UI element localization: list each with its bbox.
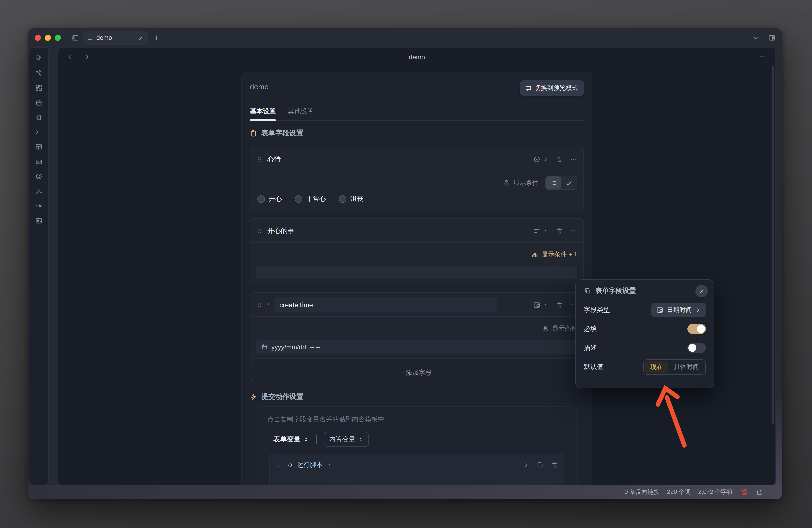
drag-handle-icon[interactable] bbox=[257, 228, 262, 234]
tab-other-settings[interactable]: 其他设置 bbox=[288, 107, 314, 120]
note-list-icon bbox=[87, 35, 93, 41]
calendar-clock-icon bbox=[534, 302, 540, 308]
ribbon-sidebar bbox=[29, 47, 49, 485]
drag-handle-icon[interactable] bbox=[257, 157, 262, 162]
scrollbar[interactable] bbox=[772, 66, 774, 424]
layout-table-icon[interactable] bbox=[35, 143, 43, 151]
field-block-createtime: * createTime bbox=[250, 293, 584, 359]
popup-title: 表单字段设置 bbox=[595, 287, 636, 295]
description-label: 描述 bbox=[584, 343, 597, 352]
field-type-select[interactable]: 日期时间 bbox=[652, 303, 706, 317]
drag-handle-icon[interactable] bbox=[276, 462, 282, 468]
form-variables-select[interactable]: 表单变量 bbox=[274, 435, 309, 444]
chevron-down-icon[interactable] bbox=[753, 34, 759, 42]
traffic-lights bbox=[35, 35, 61, 41]
field-more-icon[interactable] bbox=[570, 156, 578, 163]
tab-demo[interactable]: demo bbox=[83, 31, 148, 45]
drag-handle-icon[interactable] bbox=[257, 302, 262, 308]
radio-option[interactable]: 平常心 bbox=[295, 194, 326, 204]
code-brackets-icon bbox=[287, 462, 293, 468]
word-count: 220 个词 bbox=[667, 488, 691, 497]
calendar-icon[interactable] bbox=[35, 99, 43, 107]
backlinks-count: 0 条反向链接 bbox=[625, 488, 660, 497]
popup-close-button[interactable] bbox=[696, 285, 708, 297]
dashboard-icon[interactable] bbox=[35, 84, 43, 92]
duplicate-action-icon[interactable] bbox=[536, 461, 543, 469]
field-type-datetime-button[interactable] bbox=[534, 302, 549, 308]
annotation-arrow bbox=[654, 383, 692, 449]
magic-wand-icon[interactable] bbox=[35, 187, 43, 195]
field-type-text-button[interactable] bbox=[534, 228, 549, 235]
mood-options: 开心 平常心 沮丧 bbox=[258, 194, 577, 204]
tab-title: demo bbox=[97, 34, 112, 42]
field-label[interactable]: 开心的事 bbox=[267, 226, 294, 235]
bell-icon[interactable] bbox=[755, 488, 763, 496]
zoom-window-button[interactable] bbox=[55, 35, 61, 41]
close-window-button[interactable] bbox=[35, 35, 41, 41]
preview-mode-button[interactable]: 切换到预览模式 bbox=[520, 80, 584, 96]
required-toggle[interactable] bbox=[687, 324, 706, 334]
action-type[interactable]: 运行脚本 bbox=[287, 460, 333, 469]
delete-field-icon[interactable] bbox=[556, 228, 563, 235]
tab-basic-settings[interactable]: 基本设置 bbox=[250, 107, 276, 120]
divider bbox=[316, 435, 317, 444]
datetime-picker-input[interactable]: yyyy/mm/dd, --:-- bbox=[257, 340, 578, 354]
calendar-icon bbox=[261, 344, 267, 350]
copy-pages-icon[interactable] bbox=[35, 114, 43, 121]
radio-option[interactable]: 开心 bbox=[258, 194, 282, 204]
default-specific-time-button[interactable]: 具体时间 bbox=[668, 361, 705, 373]
emoji-icon[interactable] bbox=[35, 173, 43, 180]
text-field-input[interactable] bbox=[257, 266, 578, 279]
copy-icon bbox=[584, 288, 591, 294]
delete-field-icon[interactable] bbox=[556, 302, 563, 308]
lightning-bolt-icon bbox=[250, 394, 257, 400]
kanban-icon[interactable] bbox=[35, 158, 43, 166]
option-edit-mode-switch bbox=[546, 176, 578, 190]
delete-field-icon[interactable] bbox=[556, 156, 563, 163]
display-condition-label[interactable]: 显示条件 bbox=[513, 179, 538, 187]
minimize-window-button[interactable] bbox=[45, 35, 51, 41]
field-type-radio-button[interactable] bbox=[534, 156, 549, 163]
chevron-right-icon bbox=[543, 157, 549, 162]
builtin-variables-select[interactable]: 内置变量 bbox=[324, 432, 369, 447]
template-code-icon[interactable] bbox=[35, 202, 43, 210]
action-block-run-script: 运行脚本 bbox=[270, 454, 565, 485]
option-edit-mode-button[interactable] bbox=[562, 176, 577, 190]
calendar-clock-icon bbox=[656, 307, 664, 313]
display-condition-label[interactable]: 显示条件 bbox=[552, 324, 578, 333]
new-tab-button[interactable] bbox=[153, 34, 160, 42]
tab-close-icon[interactable] bbox=[138, 35, 144, 41]
option-list-mode-button[interactable] bbox=[546, 176, 562, 190]
radio-circle[interactable] bbox=[295, 195, 303, 203]
radio-circle[interactable] bbox=[339, 195, 347, 203]
expand-action-icon[interactable] bbox=[523, 462, 529, 468]
description-toggle[interactable] bbox=[687, 343, 706, 353]
more-options-icon[interactable] bbox=[759, 54, 767, 60]
chevron-right-icon bbox=[327, 462, 333, 468]
delete-action-icon[interactable] bbox=[551, 461, 558, 469]
field-label[interactable]: 心情 bbox=[267, 155, 281, 164]
exec-condition-label[interactable]: 执行条件 bbox=[533, 484, 558, 485]
field-settings-popup: 表单字段设置 字段类型 日期时间 必填 bbox=[576, 279, 714, 388]
text-lines-icon bbox=[534, 228, 540, 235]
char-count: 2,072 个字符 bbox=[698, 488, 733, 497]
field-name-input[interactable]: createTime bbox=[274, 297, 497, 312]
app-window: demo bbox=[29, 29, 782, 499]
sync-error-icon[interactable] bbox=[740, 488, 748, 496]
right-panel-toggle-icon[interactable] bbox=[768, 34, 775, 42]
radio-circle[interactable] bbox=[258, 195, 265, 203]
display-condition-label[interactable]: 显示条件 + 1 bbox=[542, 250, 578, 259]
image-icon[interactable] bbox=[35, 217, 43, 225]
chevron-right-icon bbox=[543, 302, 549, 308]
file-search-icon[interactable] bbox=[35, 55, 43, 62]
graph-view-icon[interactable] bbox=[35, 69, 43, 77]
nav-bar: demo bbox=[58, 48, 775, 66]
required-label: 必填 bbox=[584, 324, 597, 334]
radio-option[interactable]: 沮丧 bbox=[339, 194, 363, 204]
field-more-icon[interactable] bbox=[570, 228, 578, 235]
sidebar-toggle-icon[interactable] bbox=[72, 34, 79, 42]
terminal-icon[interactable] bbox=[35, 128, 43, 136]
add-field-button[interactable]: +添加字段 bbox=[250, 365, 584, 381]
default-now-button[interactable]: 现在 bbox=[645, 361, 668, 373]
required-asterisk: * bbox=[267, 301, 270, 309]
